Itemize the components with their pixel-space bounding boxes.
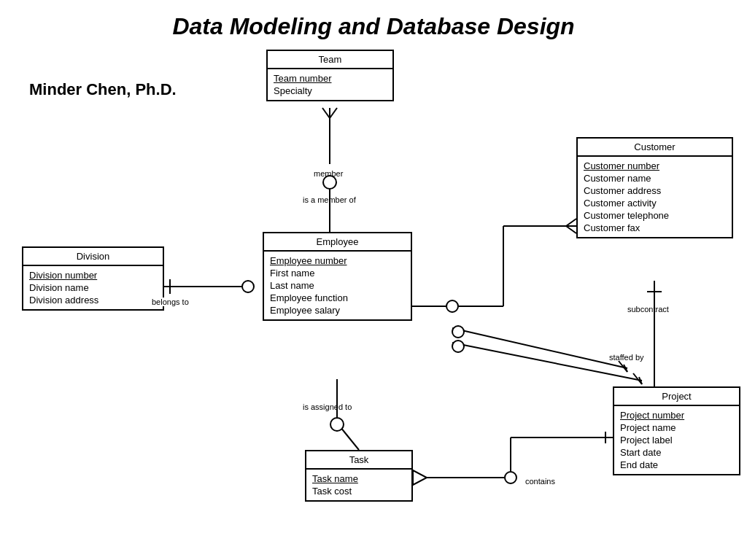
svg-point-7 <box>242 281 254 292</box>
svg-point-28 <box>330 418 344 431</box>
entity-customer: Customer Customer number Customer name C… <box>576 137 733 238</box>
employee-pk: Employee number <box>270 254 405 267</box>
svg-line-2 <box>322 108 330 118</box>
division-title: Division <box>23 248 163 266</box>
entity-team: Team Team number Specialty <box>266 50 394 101</box>
svg-point-33 <box>505 472 516 483</box>
division-attr-0: Division name <box>29 281 157 294</box>
entity-project: Project Project number Project name Proj… <box>613 386 740 475</box>
svg-point-12 <box>446 300 458 312</box>
employee-attr-2: Employee function <box>270 292 405 304</box>
svg-line-13 <box>566 219 576 226</box>
label-staffed-by: staffed by <box>609 353 644 362</box>
svg-point-25 <box>452 341 464 352</box>
team-attrs: Team number Specialty <box>268 69 392 100</box>
label-is-assigned-to: is assigned to <box>303 402 352 411</box>
project-pk: Project number <box>620 409 733 421</box>
svg-line-19 <box>619 361 627 372</box>
customer-attrs: Customer number Customer name Customer a… <box>578 157 732 237</box>
project-attr-0: Project name <box>620 421 733 434</box>
customer-attr-4: Customer fax <box>584 222 726 234</box>
label-subcontract: subcontract <box>627 305 669 314</box>
customer-pk: Customer number <box>584 160 726 172</box>
task-attrs: Task name Task cost <box>306 470 411 500</box>
division-attr-1: Division address <box>29 294 157 306</box>
team-attr-specialty: Specialty <box>274 85 387 97</box>
svg-line-18 <box>452 328 627 368</box>
employee-attr-0: First name <box>270 267 405 279</box>
task-attr-0: Task cost <box>312 485 406 497</box>
page-title: Data Modeling and Database Design <box>0 0 747 46</box>
customer-title: Customer <box>578 139 732 157</box>
employee-attrs: Employee number First name Last name Emp… <box>264 252 411 319</box>
svg-line-3 <box>330 108 337 118</box>
employee-attr-3: Employee salary <box>270 304 405 316</box>
project-attr-1: Project label <box>620 434 733 446</box>
project-attrs: Project number Project name Project labe… <box>614 406 739 474</box>
entity-division: Division Division number Division name D… <box>22 246 164 311</box>
svg-point-21 <box>452 326 464 338</box>
label-member: member <box>314 169 343 178</box>
task-pk: Task name <box>312 472 406 485</box>
division-attrs: Division number Division name Division a… <box>23 266 163 309</box>
svg-line-27 <box>337 423 359 450</box>
label-contains: contains <box>525 477 555 486</box>
entity-task: Task Task name Task cost <box>305 450 413 502</box>
division-pk: Division number <box>29 269 157 281</box>
customer-attr-2: Customer activity <box>584 197 726 209</box>
customer-attr-1: Customer address <box>584 184 726 197</box>
svg-marker-32 <box>413 470 427 485</box>
svg-line-20 <box>624 365 627 372</box>
employee-attr-1: Last name <box>270 279 405 292</box>
customer-attr-0: Customer name <box>584 172 726 184</box>
svg-line-23 <box>633 373 642 384</box>
label-is-a-member-of: is a member of <box>303 195 356 204</box>
project-title: Project <box>614 388 739 406</box>
customer-attr-3: Customer telephone <box>584 209 726 222</box>
employee-title: Employee <box>264 233 411 252</box>
svg-line-24 <box>639 377 642 384</box>
team-title: Team <box>268 51 392 69</box>
team-pk: Team number <box>274 72 387 85</box>
project-attr-2: Start date <box>620 446 733 459</box>
svg-line-14 <box>566 226 576 233</box>
project-attr-3: End date <box>620 459 733 471</box>
label-belongs-to: belongs to <box>152 298 189 306</box>
task-title: Task <box>306 451 411 470</box>
entity-employee: Employee Employee number First name Last… <box>263 232 412 321</box>
svg-line-22 <box>452 343 642 381</box>
author: Minder Chen, Ph.D. <box>29 80 177 99</box>
